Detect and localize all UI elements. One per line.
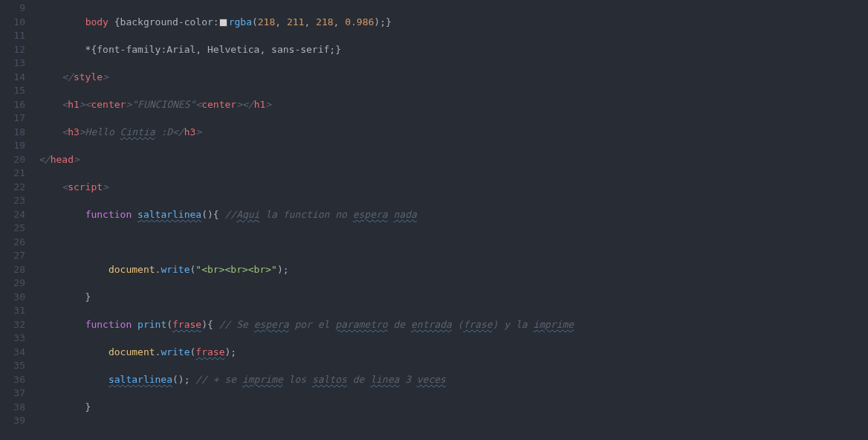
line-number[interactable]: 26 (0, 236, 25, 250)
line-number[interactable]: 21 (0, 166, 25, 181)
color-swatch-icon (219, 19, 227, 27)
code-line[interactable]: <h3>Hello Cintia :D</h3> (39, 126, 868, 140)
line-number[interactable]: 12 (0, 43, 25, 57)
line-number[interactable]: 27 (0, 249, 25, 263)
line-number[interactable]: 14 (0, 71, 25, 85)
code-line[interactable]: saltarlinea(); // + se imprime los salto… (39, 373, 868, 387)
code-line[interactable]: function print(frase){ // Se espera por … (39, 318, 868, 332)
line-number[interactable]: 20 (0, 153, 25, 167)
line-number[interactable]: 36 (0, 373, 25, 387)
line-number[interactable]: 24 (0, 208, 25, 222)
line-number[interactable]: 34 (0, 346, 25, 360)
code-line[interactable]: } (39, 401, 868, 415)
line-number[interactable]: 9 (0, 1, 25, 16)
line-number[interactable]: 25 (0, 221, 25, 236)
code-area[interactable]: body {background-color:rgba(218, 211, 21… (39, 0, 868, 440)
code-line[interactable]: <script> (39, 181, 868, 195)
line-number[interactable]: 38 (0, 401, 25, 415)
code-line[interactable]: *{font-family:Arial, Helvetica, sans-ser… (39, 43, 868, 57)
code-line[interactable]: } (39, 291, 868, 305)
code-line[interactable]: function saltarlinea(){ //Aqui la functi… (39, 208, 868, 222)
line-number[interactable]: 15 (0, 84, 25, 98)
line-number[interactable]: 28 (0, 263, 25, 277)
line-number[interactable]: 18 (0, 126, 25, 140)
line-number[interactable]: 31 (0, 304, 25, 318)
line-number[interactable]: 22 (0, 181, 25, 195)
code-line[interactable]: body {background-color:rgba(218, 211, 21… (39, 16, 868, 30)
line-number[interactable]: 30 (0, 291, 25, 305)
code-editor[interactable]: 9 10 11 12 13 14 15 16 17 18 19 20 21 22… (0, 0, 868, 440)
line-number[interactable]: 17 (0, 111, 25, 126)
code-line[interactable]: document.write("<br><br><br>"); (39, 263, 868, 277)
code-line[interactable]: document.write(frase); (39, 346, 868, 360)
line-number[interactable]: 10 (0, 16, 25, 30)
line-number[interactable]: 29 (0, 276, 25, 291)
line-number[interactable]: 39 (0, 414, 25, 428)
line-number[interactable]: 11 (0, 29, 25, 43)
line-number[interactable]: 23 (0, 194, 25, 208)
code-line[interactable]: </head> (39, 153, 868, 167)
code-line[interactable] (39, 236, 868, 250)
code-line[interactable]: </style> (39, 71, 868, 85)
code-line[interactable] (39, 428, 868, 441)
code-line[interactable]: <h1><center>"FUNCIONES"<center></h1> (39, 98, 868, 112)
line-number[interactable]: 19 (0, 139, 25, 153)
line-number[interactable]: 37 (0, 386, 25, 401)
line-number[interactable]: 16 (0, 98, 25, 112)
line-number[interactable]: 13 (0, 56, 25, 71)
line-number-gutter: 9 10 11 12 13 14 15 16 17 18 19 20 21 22… (0, 0, 39, 440)
line-number[interactable]: 35 (0, 359, 25, 373)
line-number[interactable]: 33 (0, 331, 25, 346)
line-number[interactable]: 32 (0, 318, 25, 332)
